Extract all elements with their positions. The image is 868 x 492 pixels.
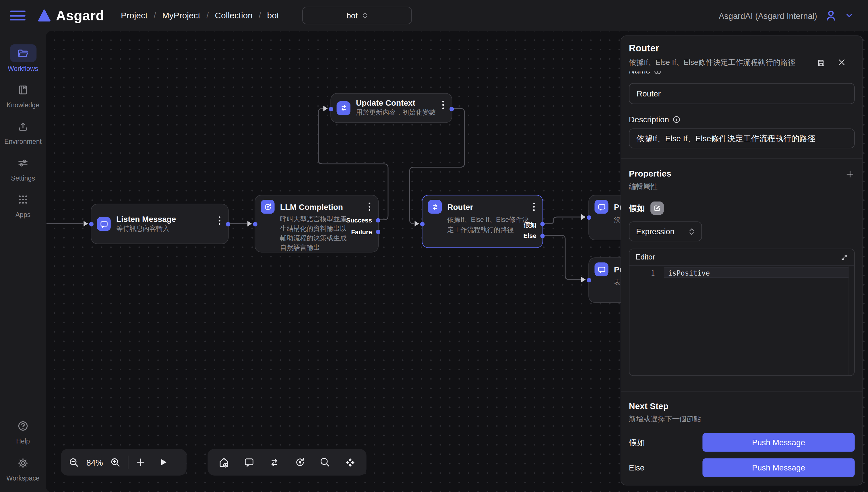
app-header: Asgard Project / MyProject / Collection … [0, 0, 868, 31]
input-port[interactable] [587, 278, 591, 282]
node-llm-completion[interactable]: LLM Completion 呼叫大型語言模型並產生結構化的資料輸出以輔助流程的… [255, 195, 379, 253]
node-palette-toolbar [207, 449, 366, 476]
description-label-row: Description [629, 115, 855, 124]
push-message-button-else[interactable]: Push Message [702, 459, 854, 477]
breadcrumb-myproject[interactable]: MyProject [162, 10, 200, 21]
sidebar-label: Workflows [8, 65, 38, 73]
asgard-logo[interactable]: Asgard [38, 7, 104, 24]
description-input[interactable]: 依據If、Else If、Else條件決定工作流程執行的路徑 [629, 128, 855, 148]
save-icon[interactable] [817, 58, 826, 68]
node-menu-icon[interactable] [439, 101, 447, 109]
input-port[interactable] [89, 222, 93, 226]
output-port-success[interactable] [376, 218, 380, 222]
output-port[interactable] [226, 222, 230, 226]
inspector-scroll-area[interactable]: Name Router Description 依據If、Else If、Els… [621, 72, 863, 392]
output-port-failure[interactable] [376, 230, 380, 234]
output-port-else[interactable] [540, 233, 545, 238]
info-icon [672, 116, 680, 123]
output-label-if: 假如 [524, 221, 536, 229]
condition-row: 假如 [629, 201, 855, 215]
zoom-out-icon[interactable] [69, 457, 79, 468]
input-port[interactable] [420, 222, 424, 226]
help-circle-icon [10, 417, 36, 435]
zoom-toolbar: 84% [61, 449, 187, 476]
edit-icon[interactable] [650, 201, 664, 215]
expand-icon[interactable] [840, 253, 848, 261]
name-input[interactable]: Router [629, 83, 855, 104]
workflow-selector[interactable]: bot [302, 7, 412, 24]
input-port[interactable] [253, 222, 257, 226]
node-menu-icon[interactable] [530, 203, 538, 211]
next-step-section: Next Step 新增或選擇下一個節點 假如 Push Message Els… [621, 391, 863, 485]
nodes-diamond-icon[interactable] [344, 457, 356, 468]
viewport: Update Context 用於更新內容，初始化變數 Listen Messa… [0, 0, 868, 492]
account-label: AsgardAI (Asgard Internal) [719, 11, 817, 20]
node-update-context[interactable]: Update Context 用於更新內容，初始化變數 [330, 93, 452, 123]
sidebar-item-knowledge[interactable]: Knowledge [7, 81, 40, 109]
sliders-icon [10, 154, 36, 172]
inspector-title: Router [629, 43, 855, 54]
output-port-if[interactable] [540, 222, 545, 226]
name-label: Name [629, 72, 650, 75]
node-menu-icon[interactable] [215, 217, 223, 225]
output-port[interactable] [449, 107, 454, 111]
next-step-label: Else [629, 463, 703, 472]
code-editor[interactable]: 1 isPositive [629, 266, 854, 375]
home-add-icon[interactable] [218, 457, 230, 468]
zoom-in-icon[interactable] [110, 457, 121, 468]
account-menu[interactable]: AsgardAI (Asgard Internal) [719, 8, 854, 23]
breadcrumb-project[interactable]: Project [121, 10, 148, 21]
message-icon [97, 217, 110, 231]
inspector-header: Router 依據If、Else If、Else條件決定工作流程執行的路徑 [621, 36, 863, 71]
editor-title: Editor [636, 253, 655, 261]
folder-icon [10, 44, 36, 62]
properties-subtitle: 編輯屬性 [629, 182, 855, 192]
add-node-icon[interactable] [136, 457, 146, 467]
chevron-down-icon[interactable] [845, 11, 854, 20]
properties-header: Properties [629, 169, 855, 179]
message-icon[interactable] [244, 457, 255, 468]
user-icon [824, 8, 838, 23]
asgard-app: Update Context 用於更新內容，初始化變數 Listen Messa… [0, 0, 868, 492]
menu-icon[interactable] [10, 9, 26, 22]
input-port[interactable] [329, 107, 333, 111]
node-menu-icon[interactable] [365, 203, 373, 211]
next-step-subtitle: 新增或選擇下一個節點 [629, 414, 855, 424]
sidebar-item-help[interactable]: Help [10, 417, 36, 445]
sidebar-item-workspace[interactable]: Workspace [6, 454, 39, 482]
llm-icon[interactable] [294, 457, 305, 468]
push-message-button-if[interactable]: Push Message [702, 433, 854, 452]
breadcrumb-bot[interactable]: bot [267, 10, 279, 21]
add-property-icon[interactable] [845, 169, 855, 178]
sidebar-item-environment[interactable]: Environment [4, 117, 42, 146]
condition-type-select[interactable]: Expression [629, 221, 702, 241]
inspector-description: 依據If、Else If、Else條件決定工作流程執行的路徑 [629, 57, 805, 68]
search-icon[interactable] [319, 457, 330, 468]
sidebar-item-workflows[interactable]: Workflows [8, 44, 38, 72]
breadcrumb: Project / MyProject / Collection / bot [121, 10, 279, 21]
node-subtitle: 用於更新內容，初始化變數 [356, 107, 436, 117]
sidebar-label: Knowledge [7, 101, 40, 109]
workflow-selector-value: bot [346, 11, 358, 20]
close-icon[interactable] [838, 58, 846, 66]
node-title: Update Context [356, 98, 436, 107]
node-listen-message[interactable]: Listen Message 等待訊息內容輸入 [91, 204, 228, 244]
node-subtitle: 等待訊息內容輸入 [116, 223, 176, 233]
section-divider [621, 158, 863, 159]
sidebar-item-settings[interactable]: Settings [10, 154, 36, 182]
logo-text: Asgard [56, 7, 104, 24]
editor-scrollbar[interactable] [848, 266, 849, 375]
play-icon[interactable] [158, 457, 169, 467]
upload-icon [10, 117, 36, 135]
swap-arrows-icon[interactable] [269, 457, 280, 468]
sidebar-label: Environment [4, 138, 42, 146]
sidebar-footer: Help Workspace [6, 408, 39, 492]
node-router[interactable]: Router 依據If、Else If、Else條件決定工作流程執行的路徑 假如… [422, 195, 543, 248]
breadcrumb-collection[interactable]: Collection [215, 10, 253, 21]
line-number: 1 [629, 269, 655, 277]
input-port[interactable] [587, 215, 591, 220]
editor-header: Editor [629, 249, 854, 266]
sidebar-label: Settings [11, 174, 35, 182]
sidebar-item-apps[interactable]: Apps [10, 190, 36, 218]
next-step-label: 假如 [629, 437, 703, 448]
